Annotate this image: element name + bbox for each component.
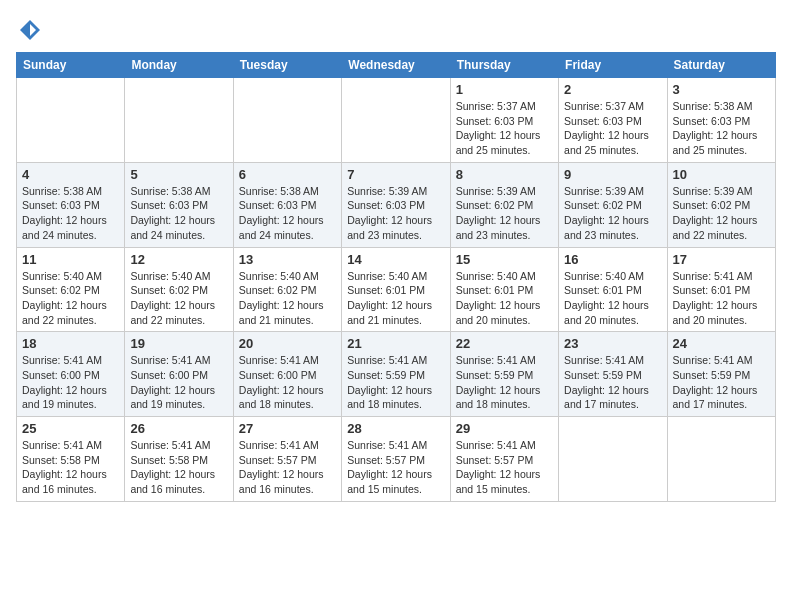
calendar-day-28: 28Sunrise: 5:41 AMSunset: 5:57 PMDayligh… <box>342 417 450 502</box>
day-info: Sunrise: 5:41 AMSunset: 6:00 PMDaylight:… <box>239 353 336 412</box>
calendar-day-22: 22Sunrise: 5:41 AMSunset: 5:59 PMDayligh… <box>450 332 558 417</box>
calendar-day-29: 29Sunrise: 5:41 AMSunset: 5:57 PMDayligh… <box>450 417 558 502</box>
day-info: Sunrise: 5:41 AMSunset: 5:57 PMDaylight:… <box>456 438 553 497</box>
calendar-day-18: 18Sunrise: 5:41 AMSunset: 6:00 PMDayligh… <box>17 332 125 417</box>
calendar-day-17: 17Sunrise: 5:41 AMSunset: 6:01 PMDayligh… <box>667 247 775 332</box>
day-info: Sunrise: 5:41 AMSunset: 6:00 PMDaylight:… <box>22 353 119 412</box>
calendar-day-26: 26Sunrise: 5:41 AMSunset: 5:58 PMDayligh… <box>125 417 233 502</box>
day-info: Sunrise: 5:41 AMSunset: 5:58 PMDaylight:… <box>22 438 119 497</box>
calendar-empty <box>125 78 233 163</box>
day-info: Sunrise: 5:38 AMSunset: 6:03 PMDaylight:… <box>673 99 770 158</box>
calendar-day-12: 12Sunrise: 5:40 AMSunset: 6:02 PMDayligh… <box>125 247 233 332</box>
day-number: 18 <box>22 336 119 351</box>
day-info: Sunrise: 5:37 AMSunset: 6:03 PMDaylight:… <box>456 99 553 158</box>
day-number: 4 <box>22 167 119 182</box>
calendar-day-20: 20Sunrise: 5:41 AMSunset: 6:00 PMDayligh… <box>233 332 341 417</box>
day-number: 19 <box>130 336 227 351</box>
day-number: 9 <box>564 167 661 182</box>
calendar-empty <box>559 417 667 502</box>
weekday-header-wednesday: Wednesday <box>342 53 450 78</box>
day-info: Sunrise: 5:41 AMSunset: 5:57 PMDaylight:… <box>239 438 336 497</box>
calendar-day-7: 7Sunrise: 5:39 AMSunset: 6:03 PMDaylight… <box>342 162 450 247</box>
day-info: Sunrise: 5:41 AMSunset: 5:59 PMDaylight:… <box>347 353 444 412</box>
calendar-day-25: 25Sunrise: 5:41 AMSunset: 5:58 PMDayligh… <box>17 417 125 502</box>
calendar-day-5: 5Sunrise: 5:38 AMSunset: 6:03 PMDaylight… <box>125 162 233 247</box>
day-number: 20 <box>239 336 336 351</box>
day-info: Sunrise: 5:40 AMSunset: 6:02 PMDaylight:… <box>130 269 227 328</box>
day-info: Sunrise: 5:40 AMSunset: 6:02 PMDaylight:… <box>22 269 119 328</box>
calendar-day-19: 19Sunrise: 5:41 AMSunset: 6:00 PMDayligh… <box>125 332 233 417</box>
day-number: 2 <box>564 82 661 97</box>
calendar-week-0: 1Sunrise: 5:37 AMSunset: 6:03 PMDaylight… <box>17 78 776 163</box>
day-info: Sunrise: 5:40 AMSunset: 6:01 PMDaylight:… <box>456 269 553 328</box>
day-info: Sunrise: 5:39 AMSunset: 6:02 PMDaylight:… <box>564 184 661 243</box>
day-number: 25 <box>22 421 119 436</box>
calendar-day-3: 3Sunrise: 5:38 AMSunset: 6:03 PMDaylight… <box>667 78 775 163</box>
day-info: Sunrise: 5:41 AMSunset: 5:59 PMDaylight:… <box>564 353 661 412</box>
day-info: Sunrise: 5:41 AMSunset: 5:59 PMDaylight:… <box>673 353 770 412</box>
day-number: 15 <box>456 252 553 267</box>
calendar-day-11: 11Sunrise: 5:40 AMSunset: 6:02 PMDayligh… <box>17 247 125 332</box>
day-number: 7 <box>347 167 444 182</box>
day-info: Sunrise: 5:40 AMSunset: 6:01 PMDaylight:… <box>347 269 444 328</box>
calendar-body: 1Sunrise: 5:37 AMSunset: 6:03 PMDaylight… <box>17 78 776 502</box>
day-info: Sunrise: 5:40 AMSunset: 6:02 PMDaylight:… <box>239 269 336 328</box>
calendar-day-2: 2Sunrise: 5:37 AMSunset: 6:03 PMDaylight… <box>559 78 667 163</box>
calendar-header: SundayMondayTuesdayWednesdayThursdayFrid… <box>17 53 776 78</box>
day-info: Sunrise: 5:41 AMSunset: 5:59 PMDaylight:… <box>456 353 553 412</box>
day-number: 12 <box>130 252 227 267</box>
page-header <box>16 16 776 44</box>
weekday-header-friday: Friday <box>559 53 667 78</box>
day-number: 11 <box>22 252 119 267</box>
calendar-empty <box>667 417 775 502</box>
day-number: 23 <box>564 336 661 351</box>
calendar-day-1: 1Sunrise: 5:37 AMSunset: 6:03 PMDaylight… <box>450 78 558 163</box>
day-info: Sunrise: 5:39 AMSunset: 6:02 PMDaylight:… <box>673 184 770 243</box>
calendar-day-24: 24Sunrise: 5:41 AMSunset: 5:59 PMDayligh… <box>667 332 775 417</box>
weekday-header-monday: Monday <box>125 53 233 78</box>
day-info: Sunrise: 5:39 AMSunset: 6:03 PMDaylight:… <box>347 184 444 243</box>
calendar-day-21: 21Sunrise: 5:41 AMSunset: 5:59 PMDayligh… <box>342 332 450 417</box>
calendar-week-4: 25Sunrise: 5:41 AMSunset: 5:58 PMDayligh… <box>17 417 776 502</box>
calendar-day-27: 27Sunrise: 5:41 AMSunset: 5:57 PMDayligh… <box>233 417 341 502</box>
day-info: Sunrise: 5:40 AMSunset: 6:01 PMDaylight:… <box>564 269 661 328</box>
day-number: 27 <box>239 421 336 436</box>
day-number: 16 <box>564 252 661 267</box>
weekday-header-thursday: Thursday <box>450 53 558 78</box>
day-info: Sunrise: 5:41 AMSunset: 5:57 PMDaylight:… <box>347 438 444 497</box>
day-number: 28 <box>347 421 444 436</box>
day-number: 8 <box>456 167 553 182</box>
calendar-week-1: 4Sunrise: 5:38 AMSunset: 6:03 PMDaylight… <box>17 162 776 247</box>
day-number: 10 <box>673 167 770 182</box>
calendar-empty <box>233 78 341 163</box>
calendar-day-13: 13Sunrise: 5:40 AMSunset: 6:02 PMDayligh… <box>233 247 341 332</box>
day-info: Sunrise: 5:39 AMSunset: 6:02 PMDaylight:… <box>456 184 553 243</box>
calendar-table: SundayMondayTuesdayWednesdayThursdayFrid… <box>16 52 776 502</box>
logo <box>16 16 48 44</box>
day-number: 6 <box>239 167 336 182</box>
weekday-header-saturday: Saturday <box>667 53 775 78</box>
day-info: Sunrise: 5:41 AMSunset: 5:58 PMDaylight:… <box>130 438 227 497</box>
day-info: Sunrise: 5:37 AMSunset: 6:03 PMDaylight:… <box>564 99 661 158</box>
calendar-day-16: 16Sunrise: 5:40 AMSunset: 6:01 PMDayligh… <box>559 247 667 332</box>
day-info: Sunrise: 5:38 AMSunset: 6:03 PMDaylight:… <box>239 184 336 243</box>
weekday-header-tuesday: Tuesday <box>233 53 341 78</box>
day-number: 3 <box>673 82 770 97</box>
calendar-day-8: 8Sunrise: 5:39 AMSunset: 6:02 PMDaylight… <box>450 162 558 247</box>
calendar-day-4: 4Sunrise: 5:38 AMSunset: 6:03 PMDaylight… <box>17 162 125 247</box>
calendar-day-10: 10Sunrise: 5:39 AMSunset: 6:02 PMDayligh… <box>667 162 775 247</box>
day-number: 21 <box>347 336 444 351</box>
day-number: 14 <box>347 252 444 267</box>
calendar-day-9: 9Sunrise: 5:39 AMSunset: 6:02 PMDaylight… <box>559 162 667 247</box>
logo-icon <box>16 16 44 44</box>
day-number: 17 <box>673 252 770 267</box>
calendar-day-15: 15Sunrise: 5:40 AMSunset: 6:01 PMDayligh… <box>450 247 558 332</box>
calendar-empty <box>17 78 125 163</box>
day-number: 26 <box>130 421 227 436</box>
calendar-day-14: 14Sunrise: 5:40 AMSunset: 6:01 PMDayligh… <box>342 247 450 332</box>
day-info: Sunrise: 5:38 AMSunset: 6:03 PMDaylight:… <box>130 184 227 243</box>
calendar-day-23: 23Sunrise: 5:41 AMSunset: 5:59 PMDayligh… <box>559 332 667 417</box>
calendar-empty <box>342 78 450 163</box>
weekday-header-row: SundayMondayTuesdayWednesdayThursdayFrid… <box>17 53 776 78</box>
day-number: 22 <box>456 336 553 351</box>
